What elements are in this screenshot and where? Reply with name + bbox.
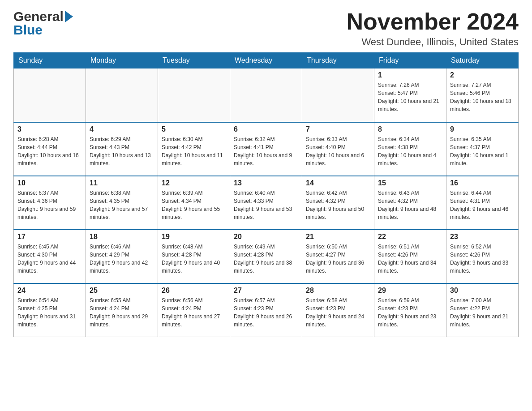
day-number: 10 [17,179,82,187]
day-info: Sunrise: 6:57 AMSunset: 4:23 PMDaylight:… [234,296,298,329]
day-info: Sunrise: 6:50 AMSunset: 4:27 PMDaylight:… [306,243,370,275]
day-info: Sunrise: 6:38 AMSunset: 4:35 PMDaylight:… [90,189,154,221]
day-number: 15 [378,179,442,187]
day-number: 19 [162,233,226,241]
day-info: Sunrise: 6:35 AMSunset: 4:37 PMDaylight:… [450,135,515,167]
calendar-cell: 1Sunrise: 7:26 AMSunset: 5:47 PMDaylight… [374,68,446,122]
day-info: Sunrise: 7:00 AMSunset: 4:22 PMDaylight:… [450,296,515,329]
calendar-cell: 26Sunrise: 6:56 AMSunset: 4:24 PMDayligh… [158,283,230,337]
week-row-1: 1Sunrise: 7:26 AMSunset: 5:47 PMDaylight… [14,68,519,122]
title-section: November 2024 West Dundee, Illinois, Uni… [347,9,519,48]
day-number: 24 [17,287,82,295]
day-info: Sunrise: 6:55 AMSunset: 4:24 PMDaylight:… [90,296,154,329]
day-number: 9 [450,125,515,133]
calendar-header-row: Sunday Monday Tuesday Wednesday Thursday… [14,53,519,68]
day-number: 21 [306,233,370,241]
calendar-cell: 14Sunrise: 6:42 AMSunset: 4:32 PMDayligh… [302,176,374,230]
day-info: Sunrise: 6:42 AMSunset: 4:32 PMDaylight:… [306,189,370,221]
day-info: Sunrise: 6:37 AMSunset: 4:36 PMDaylight:… [17,189,82,221]
calendar-cell: 18Sunrise: 6:46 AMSunset: 4:29 PMDayligh… [86,230,158,283]
calendar-cell: 24Sunrise: 6:54 AMSunset: 4:25 PMDayligh… [14,283,86,337]
calendar-cell: 7Sunrise: 6:33 AMSunset: 4:40 PMDaylight… [302,122,374,176]
calendar-cell: 23Sunrise: 6:52 AMSunset: 4:26 PMDayligh… [446,230,519,283]
day-number: 26 [162,287,226,295]
day-info: Sunrise: 6:48 AMSunset: 4:28 PMDaylight:… [162,243,226,275]
day-number: 29 [378,287,442,295]
day-number: 22 [378,233,442,241]
calendar-cell: 16Sunrise: 6:44 AMSunset: 4:31 PMDayligh… [446,176,519,230]
day-number: 7 [306,125,370,133]
col-thursday: Thursday [302,53,374,68]
week-row-2: 3Sunrise: 6:28 AMSunset: 4:44 PMDaylight… [14,122,519,176]
day-info: Sunrise: 6:43 AMSunset: 4:32 PMDaylight:… [378,189,442,221]
calendar-cell: 25Sunrise: 6:55 AMSunset: 4:24 PMDayligh… [86,283,158,337]
day-number: 1 [378,71,442,79]
day-number: 13 [234,179,298,187]
day-number: 25 [90,287,154,295]
calendar-cell: 21Sunrise: 6:50 AMSunset: 4:27 PMDayligh… [302,230,374,283]
calendar-cell: 28Sunrise: 6:58 AMSunset: 4:23 PMDayligh… [302,283,374,337]
calendar-cell [302,68,374,122]
logo-arrow-icon [65,11,73,22]
col-saturday: Saturday [446,53,519,68]
calendar-cell: 15Sunrise: 6:43 AMSunset: 4:32 PMDayligh… [374,176,446,230]
logo: General Blue [13,9,73,38]
day-number: 8 [378,125,442,133]
location-text: West Dundee, Illinois, United States [347,36,519,48]
day-info: Sunrise: 6:51 AMSunset: 4:26 PMDaylight:… [378,243,442,275]
calendar-cell: 10Sunrise: 6:37 AMSunset: 4:36 PMDayligh… [14,176,86,230]
col-friday: Friday [374,53,446,68]
calendar-cell: 4Sunrise: 6:29 AMSunset: 4:43 PMDaylight… [86,122,158,176]
day-number: 14 [306,179,370,187]
calendar-cell: 8Sunrise: 6:34 AMSunset: 4:38 PMDaylight… [374,122,446,176]
day-info: Sunrise: 6:28 AMSunset: 4:44 PMDaylight:… [17,135,82,167]
day-info: Sunrise: 6:39 AMSunset: 4:34 PMDaylight:… [162,189,226,221]
day-number: 28 [306,287,370,295]
day-info: Sunrise: 6:46 AMSunset: 4:29 PMDaylight:… [90,243,154,275]
day-number: 17 [17,233,82,241]
calendar-cell: 5Sunrise: 6:30 AMSunset: 4:42 PMDaylight… [158,122,230,176]
day-info: Sunrise: 6:56 AMSunset: 4:24 PMDaylight:… [162,296,226,329]
day-info: Sunrise: 6:44 AMSunset: 4:31 PMDaylight:… [450,189,515,221]
day-number: 11 [90,179,154,187]
week-row-3: 10Sunrise: 6:37 AMSunset: 4:36 PMDayligh… [14,176,519,230]
day-info: Sunrise: 6:34 AMSunset: 4:38 PMDaylight:… [378,135,442,167]
calendar-cell [230,68,302,122]
day-info: Sunrise: 6:49 AMSunset: 4:28 PMDaylight:… [234,243,298,275]
calendar-cell [86,68,158,122]
calendar-cell: 22Sunrise: 6:51 AMSunset: 4:26 PMDayligh… [374,230,446,283]
calendar-cell: 13Sunrise: 6:40 AMSunset: 4:33 PMDayligh… [230,176,302,230]
day-number: 2 [450,71,515,79]
logo-general-text: General [13,9,64,24]
day-info: Sunrise: 7:27 AMSunset: 5:46 PMDaylight:… [450,81,515,113]
day-number: 30 [450,287,515,295]
day-number: 23 [450,233,515,241]
day-number: 12 [162,179,226,187]
calendar-cell: 19Sunrise: 6:48 AMSunset: 4:28 PMDayligh… [158,230,230,283]
calendar-cell: 3Sunrise: 6:28 AMSunset: 4:44 PMDaylight… [14,122,86,176]
calendar-cell: 20Sunrise: 6:49 AMSunset: 4:28 PMDayligh… [230,230,302,283]
day-info: Sunrise: 6:45 AMSunset: 4:30 PMDaylight:… [17,243,82,275]
calendar-cell: 9Sunrise: 6:35 AMSunset: 4:37 PMDaylight… [446,122,519,176]
logo-blue-text: Blue [13,22,43,38]
col-sunday: Sunday [14,53,86,68]
day-info: Sunrise: 6:33 AMSunset: 4:40 PMDaylight:… [306,135,370,167]
day-number: 16 [450,179,515,187]
day-info: Sunrise: 6:30 AMSunset: 4:42 PMDaylight:… [162,135,226,167]
week-row-4: 17Sunrise: 6:45 AMSunset: 4:30 PMDayligh… [14,230,519,283]
month-title: November 2024 [347,9,519,34]
day-number: 18 [90,233,154,241]
calendar-cell: 17Sunrise: 6:45 AMSunset: 4:30 PMDayligh… [14,230,86,283]
calendar-cell: 2Sunrise: 7:27 AMSunset: 5:46 PMDaylight… [446,68,519,122]
day-number: 5 [162,125,226,133]
day-number: 27 [234,287,298,295]
col-wednesday: Wednesday [230,53,302,68]
day-info: Sunrise: 6:54 AMSunset: 4:25 PMDaylight:… [17,296,82,329]
calendar-cell [158,68,230,122]
day-info: Sunrise: 6:32 AMSunset: 4:41 PMDaylight:… [234,135,298,167]
calendar-cell: 12Sunrise: 6:39 AMSunset: 4:34 PMDayligh… [158,176,230,230]
day-number: 6 [234,125,298,133]
day-info: Sunrise: 6:58 AMSunset: 4:23 PMDaylight:… [306,296,370,329]
day-number: 3 [17,125,82,133]
calendar-cell: 6Sunrise: 6:32 AMSunset: 4:41 PMDaylight… [230,122,302,176]
